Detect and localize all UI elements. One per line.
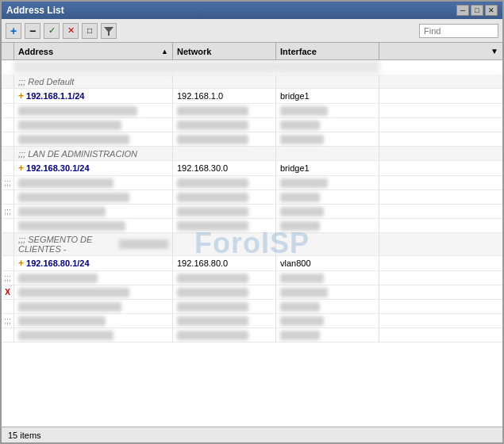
column-dropdown-icon[interactable]: ▼ (491, 47, 498, 56)
row-extra (379, 132, 502, 146)
enable-button[interactable]: ✓ (44, 23, 60, 39)
row-check (2, 300, 14, 313)
table-row[interactable] (2, 219, 502, 233)
address-list-window: Address List ─ □ ✕ + − ✓ ✕ □ Address ▲ N… (0, 0, 504, 444)
row-check: ;;; (2, 176, 14, 189)
row-interface (276, 300, 379, 313)
row-interface (276, 219, 379, 232)
search-input[interactable] (419, 24, 498, 38)
row-interface (276, 205, 379, 218)
filter-button[interactable] (101, 23, 117, 39)
table-row[interactable] (2, 60, 502, 75)
table-row[interactable]: ;;; (2, 205, 502, 219)
minimize-button[interactable]: ─ (456, 5, 469, 16)
row-address: ;;; Red Default (14, 75, 173, 88)
table-row[interactable] (2, 328, 502, 343)
row-extra (379, 118, 502, 132)
row-address (14, 60, 173, 73)
remove-button[interactable]: − (25, 23, 40, 39)
disable-button[interactable]: ✕ (63, 23, 79, 39)
row-check: X (2, 285, 14, 299)
table-row[interactable] (2, 118, 502, 132)
row-address: ;;; LAN DE ADMINISTRACION (14, 147, 173, 160)
toolbar: + − ✓ ✕ □ (2, 19, 502, 43)
svg-marker-0 (104, 27, 113, 36)
row-extra (379, 314, 502, 327)
row-interface (276, 271, 379, 285)
row-interface (276, 118, 379, 132)
row-network (173, 190, 276, 204)
col-address-header[interactable]: Address ▲ (14, 43, 173, 59)
table-row[interactable]: ;;; (2, 271, 502, 285)
table-row[interactable] (2, 190, 502, 205)
row-network: 192.168.80.0 (173, 256, 276, 270)
col-extra-header[interactable]: ▼ (379, 43, 502, 59)
row-network (173, 314, 276, 327)
row-check (2, 60, 14, 74)
row-address: + 192.168.80.1/24 (14, 256, 173, 270)
row-interface (276, 104, 379, 117)
row-address (14, 300, 173, 313)
row-extra (379, 271, 502, 285)
row-extra (379, 233, 502, 255)
entry-icon: + (18, 90, 24, 101)
copy-button[interactable]: □ (82, 23, 98, 39)
title-bar: Address List ─ □ ✕ (2, 2, 502, 19)
row-network (173, 271, 276, 285)
row-check (2, 132, 14, 146)
row-interface: vlan800 (276, 256, 379, 270)
col-network-header[interactable]: Network (173, 43, 276, 59)
row-address (14, 285, 173, 299)
sort-arrow-icon: ▲ (161, 48, 168, 56)
row-address (14, 314, 173, 327)
row-extra (379, 285, 502, 299)
row-extra (379, 161, 502, 175)
row-check (2, 89, 14, 103)
row-network (173, 104, 276, 117)
maximize-button[interactable]: □ (471, 5, 483, 16)
table-row[interactable] (2, 104, 502, 118)
table-row[interactable]: X (2, 285, 502, 300)
row-extra (379, 300, 502, 313)
table-header: Address ▲ Network Interface ▼ (2, 43, 502, 60)
row-extra (379, 89, 502, 103)
add-button[interactable]: + (6, 23, 21, 39)
status-bar: 15 items (2, 427, 502, 442)
row-interface: bridge1 (276, 89, 379, 103)
row-interface: bridge1 (276, 161, 379, 175)
row-check (2, 233, 14, 255)
row-network (173, 132, 276, 146)
table-row[interactable]: ;;; LAN DE ADMINISTRACION (2, 147, 502, 161)
row-check (2, 190, 14, 204)
close-button[interactable]: ✕ (485, 5, 498, 16)
table-row[interactable] (2, 132, 502, 147)
row-network (173, 300, 276, 313)
entry-icon: + (18, 163, 24, 174)
row-extra (379, 256, 502, 270)
entry-icon: + (18, 258, 24, 269)
table-row[interactable] (2, 300, 502, 314)
row-network (173, 205, 276, 218)
table-row[interactable]: ;;; Red Default (2, 75, 502, 89)
row-network: 192.168.30.0 (173, 161, 276, 175)
col-interface-header[interactable]: Interface (276, 43, 379, 59)
row-address (14, 271, 173, 285)
table-row[interactable]: + 192.168.1.1/24 192.168.1.0 bridge1 (2, 89, 502, 104)
row-interface (276, 233, 379, 255)
row-interface (276, 147, 379, 160)
table-row[interactable]: + 192.168.30.1/24 192.168.30.0 bridge1 (2, 161, 502, 176)
row-address (14, 205, 173, 218)
row-interface (276, 60, 379, 73)
row-interface (276, 285, 379, 299)
row-interface (276, 328, 379, 342)
row-network (173, 176, 276, 189)
table-row[interactable]: ;;; SEGMENTO DE CLIENTES - (2, 233, 502, 256)
row-extra (379, 104, 502, 117)
row-interface (276, 176, 379, 189)
row-address: + 192.168.1.1/24 (14, 89, 173, 103)
table-row[interactable]: ;;; (2, 176, 502, 190)
table-row[interactable]: + 192.168.80.1/24 192.168.80.0 vlan800 (2, 256, 502, 271)
row-extra (379, 60, 502, 74)
window-title: Address List (6, 5, 64, 16)
table-row[interactable]: ;;; (2, 314, 502, 328)
